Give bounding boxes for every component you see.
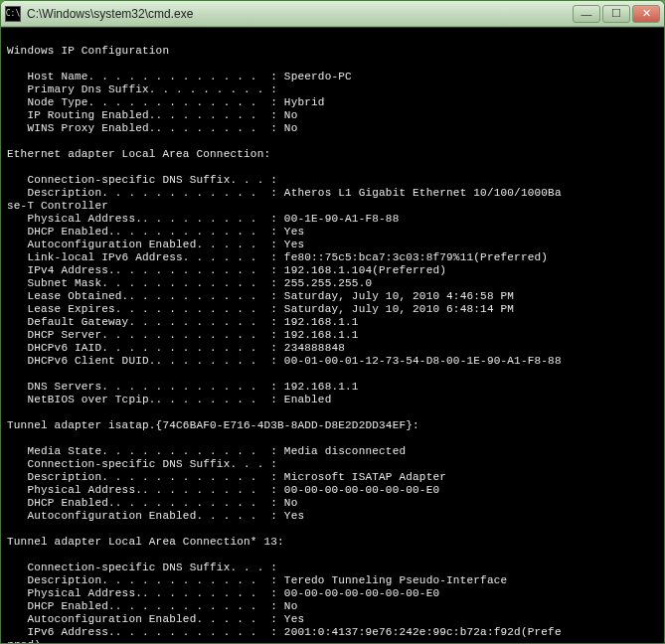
window-controls: — ☐ ✕: [573, 5, 660, 23]
console-output[interactable]: Windows IP Configuration Host Name. . . …: [1, 27, 664, 643]
close-button[interactable]: ✕: [632, 5, 660, 23]
minimize-button[interactable]: —: [573, 5, 600, 23]
titlebar[interactable]: C:\ C:\Windows\system32\cmd.exe — ☐ ✕: [1, 1, 664, 27]
cmd-icon: C:\: [5, 6, 21, 22]
cmd-window: C:\ C:\Windows\system32\cmd.exe — ☐ ✕ Wi…: [0, 0, 665, 644]
maximize-button[interactable]: ☐: [602, 5, 630, 23]
window-title: C:\Windows\system32\cmd.exe: [27, 7, 573, 21]
